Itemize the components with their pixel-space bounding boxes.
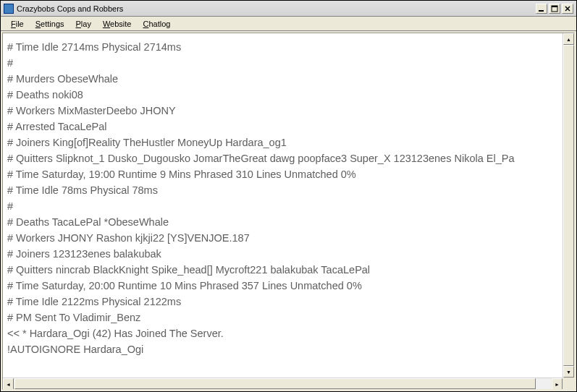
log-line: # Time Saturday, 19:00 Runtime 9 Mins Ph… bbox=[7, 166, 558, 182]
menu-settings[interactable]: Settings bbox=[30, 18, 70, 30]
horizontal-scrollbar[interactable]: ◄ ► bbox=[3, 378, 563, 389]
maximize-icon bbox=[551, 5, 558, 12]
log-line: # Deaths noki08 bbox=[7, 87, 558, 103]
log-line: # Joiners King[of]Reality TheHustler Mon… bbox=[7, 135, 558, 150]
maximize-button[interactable] bbox=[549, 4, 560, 14]
log-line: # bbox=[7, 198, 558, 214]
application-window: Crazybobs Cops and Robbers File Settings… bbox=[0, 0, 577, 392]
log-line: # Murders ObeseWhale bbox=[7, 71, 558, 87]
minimize-icon bbox=[538, 5, 545, 12]
log-line: # Arrested TacaLePal bbox=[7, 119, 558, 135]
menu-website[interactable]: Website bbox=[97, 18, 138, 30]
close-icon bbox=[564, 5, 571, 12]
log-line: # Workers JHONY Rashon kjkji22 [YS]VENJO… bbox=[7, 230, 558, 246]
log-line: # Time Idle 2122ms Physical 2122ms bbox=[7, 294, 558, 310]
close-button[interactable] bbox=[562, 4, 573, 14]
log-line: # Quitters Slipknot_1 Dusko_Dugousko Jom… bbox=[7, 150, 558, 166]
log-line: # Joiners 123123enes balakubak bbox=[7, 246, 558, 262]
log-line: # Deaths TacaLePal *ObeseWhale bbox=[7, 214, 558, 230]
window-controls bbox=[536, 4, 576, 14]
log-line: # bbox=[7, 55, 558, 71]
scroll-up-button[interactable]: ▲ bbox=[563, 33, 574, 45]
menubar: File Settings Play Website Chatlog bbox=[1, 17, 576, 31]
window-title: Crazybobs Cops and Robbers bbox=[17, 4, 536, 13]
content-area: # Time Idle 2714ms Physical 2714ms # # M… bbox=[2, 33, 575, 390]
log-line: # Workers MixMasterDeebo JHONY bbox=[7, 103, 558, 119]
vertical-scroll-thumb[interactable] bbox=[563, 45, 574, 366]
titlebar[interactable]: Crazybobs Cops and Robbers bbox=[1, 1, 576, 17]
vertical-scrollbar[interactable]: ▲ ▼ bbox=[563, 33, 574, 378]
chevron-right-icon: ► bbox=[555, 382, 560, 387]
log-line: # Quitters nincrab BlackKnight Spike_hea… bbox=[7, 262, 558, 278]
menu-file[interactable]: File bbox=[5, 18, 30, 30]
log-line: # Time Saturday, 20:00 Runtime 10 Mins P… bbox=[7, 278, 558, 294]
scrollbar-corner bbox=[563, 378, 574, 389]
app-icon bbox=[4, 4, 14, 14]
chevron-down-icon: ▼ bbox=[566, 370, 571, 375]
scroll-left-button[interactable]: ◄ bbox=[3, 378, 14, 390]
menu-chatlog[interactable]: Chatlog bbox=[137, 18, 176, 30]
log-line: # PM Sent To Vladimir_Benz bbox=[7, 310, 558, 325]
svg-rect-0 bbox=[539, 10, 544, 12]
chevron-left-icon: ◄ bbox=[6, 382, 11, 387]
horizontal-scroll-thumb[interactable] bbox=[14, 378, 536, 389]
scroll-right-button[interactable]: ► bbox=[552, 378, 563, 390]
menu-play[interactable]: Play bbox=[70, 18, 97, 30]
log-line: # Time Idle 78ms Physical 78ms bbox=[7, 182, 558, 198]
log-line: # Time Idle 2714ms Physical 2714ms bbox=[7, 39, 558, 55]
log-line: << * Hardara_Ogi (42) Has Joined The Ser… bbox=[7, 325, 558, 341]
log-view[interactable]: # Time Idle 2714ms Physical 2714ms # # M… bbox=[3, 33, 563, 378]
chevron-up-icon: ▲ bbox=[566, 37, 571, 42]
log-line: !AUTOIGNORE Hardara_Ogi bbox=[7, 341, 558, 357]
minimize-button[interactable] bbox=[536, 4, 547, 14]
scroll-down-button[interactable]: ▼ bbox=[563, 366, 574, 378]
svg-rect-2 bbox=[552, 6, 557, 7]
